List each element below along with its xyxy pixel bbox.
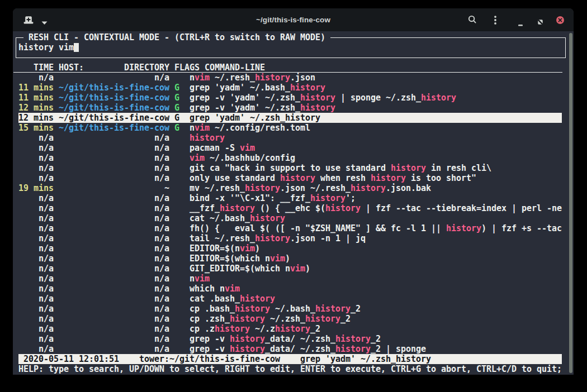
history-row[interactable]: n/a n/a bind -x '"\C-x1": __fzf_history'… [13,193,356,203]
match-highlight: history [220,203,255,213]
time-cell: 12 mins [18,103,54,113]
match-highlight: vim [225,284,240,294]
history-row[interactable]: n/a n/a __fzf_history () { __ehc $(histo… [13,203,562,213]
history-row[interactable]: n/a n/a vim ~/.bashhub/config [13,153,295,163]
match-highlight: vim [190,153,205,163]
match-highlight: history [190,133,225,143]
resh-box-title: RESH CLI - CONTEXTUAL MODE - (CTRL+R to … [23,32,330,42]
help-line: HELP: type to search, UP/DOWN to select,… [13,364,562,374]
history-row[interactable]: n/a n/a grep -v history_data/ ~/.zsh_his… [13,334,381,344]
history-row[interactable]: 19 mins ~ mv ~/.resh_history.json ~/.res… [13,183,431,193]
match-highlight: history [335,334,371,344]
kebab-menu-icon [494,15,497,25]
match-highlight: vim [240,143,255,153]
flag-cell: G [174,103,179,113]
history-row[interactable]: n/a n/a cp .zsh_history ~/.zsh_history_2 [13,314,351,324]
history-row[interactable]: n/a n/a only use standard history when r… [13,173,476,183]
history-row[interactable]: 12 mins ~/git/this-is-fine-cow G grep -v… [13,103,335,113]
flag-cell [174,314,179,324]
match-highlight: history [335,344,371,354]
flag-cell [174,233,179,243]
restore-window-icon [538,20,543,25]
match-highlight: history [250,213,285,223]
match-highlight: history [371,173,406,183]
flag-cell [174,163,179,173]
history-row[interactable]: n/a n/a cp .bash_history ~/.bash_history… [13,304,361,314]
history-row[interactable]: n/a n/a fh() { eval $( ([ -n "$ZSH_NAME"… [13,223,562,233]
history-row[interactable]: n/a n/a grep -v history_data/ ~/.zsh_his… [13,344,426,354]
flag-cell [174,143,179,153]
time-cell: 11 mins [18,83,54,93]
history-row[interactable]: n/a n/a cat .bash_history [13,294,275,304]
match-highlight: history [215,324,250,334]
history-row[interactable]: 11 mins ~/git/this-is-fine-cow G grep 'y… [13,83,325,93]
match-highlight: history [305,314,340,324]
history-row[interactable]: n/a n/a pacman -S vim [13,143,255,153]
flag-cell [174,254,179,264]
match-highlight: vim [195,73,210,83]
desktop-background: ~/git/this-is-fine-cow [0,0,587,392]
match-highlight: history [230,314,265,324]
match-highlight: history [230,344,265,354]
flag-cell [174,264,179,274]
history-row-selected[interactable]: 12 mins ~/git/this-is-fine-cow G grep 'y… [13,113,562,123]
flag-cell [174,203,179,213]
columns-header: TIME HOST: DIRECTORY FLAGS COMMAND-LINE [13,63,265,73]
host-dir-cell: ~/git/this-is-fine-cow [59,93,169,103]
match-highlight: history [290,83,325,93]
search-query-input[interactable]: history vim [18,42,74,52]
match-highlight: history [230,334,265,344]
flag-cell [174,294,179,304]
search-icon [467,15,477,24]
flag-cell [174,324,179,334]
match-highlight: vim [240,243,255,254]
match-highlight: vim [195,274,210,284]
history-row[interactable]: n/a n/a EDITOR=$(nvim) [13,243,260,254]
history-row[interactable]: n/a n/a EDITOR=$(which nvim) [13,254,290,264]
close-button[interactable] [556,16,564,24]
flag-cell: G [174,93,179,103]
match-highlight: vim [290,264,305,274]
match-highlight: history [325,203,361,213]
flag-cell [174,193,179,203]
history-row[interactable]: n/a n/a GIT_EDITOR=$(which nvim) [13,264,310,274]
time-cell: 15 mins [18,123,54,133]
terminal-window: ~/git/this-is-fine-cow [13,8,574,375]
match-highlight: history [315,304,351,314]
match-highlight: vim [195,123,210,133]
history-row[interactable]: 15 mins ~/git/this-is-fine-cow G nvim ~/… [13,123,310,133]
host-dir-cell: ~/git/this-is-fine-cow [59,103,169,113]
history-row[interactable]: n/a n/a which nvim [13,284,240,294]
flag-cell [174,274,179,284]
history-row[interactable]: n/a n/a cat ~/.bash_history [13,213,285,223]
flag-cell [174,133,179,143]
match-highlight: history [235,304,270,314]
time-cell: 19 mins [18,183,54,193]
titlebar[interactable]: ~/git/this-is-fine-cow [13,8,574,31]
flag-cell [174,153,179,163]
host-dir-cell: ~/git/this-is-fine-cow [59,83,169,93]
history-row[interactable]: n/a n/a history [13,133,225,143]
match-highlight: history [310,193,345,203]
match-highlight: history [300,103,335,113]
search-button[interactable] [467,15,477,24]
terminal-screen: RESH CLI - CONTEXTUAL MODE - (CTRL+R to … [13,31,574,375]
history-row[interactable]: n/a n/a cp .zhistory ~/.zhistory_2 [13,324,320,334]
history-row[interactable]: n/a n/a tail ~/.resh_history.json -n 1 |… [13,233,366,243]
history-row[interactable]: n/a n/a nvim [13,274,210,284]
selection-highlight: 2020-05-11 12:01:51 tower:~/git/this-is-… [18,354,562,364]
history-row[interactable]: n/a n/a git ca "hack in support to use s… [13,163,491,173]
match-highlight: history [351,183,386,193]
scrollbar-thumb[interactable] [569,33,572,373]
flag-cell [174,344,179,354]
flag-cell [174,173,179,183]
menu-button[interactable] [494,15,497,25]
flag-cell [174,73,179,83]
flag-cell: G [174,83,179,93]
flag-cell [174,183,179,193]
minimize-button[interactable] [518,20,523,21]
history-row[interactable]: n/a n/a nvim ~/.resh_history.json [13,73,315,83]
history-row[interactable]: 11 mins ~/git/this-is-fine-cow G grep -v… [13,93,456,103]
host-dir-cell: ~/git/this-is-fine-cow [59,123,169,133]
restore-button[interactable] [538,18,543,23]
